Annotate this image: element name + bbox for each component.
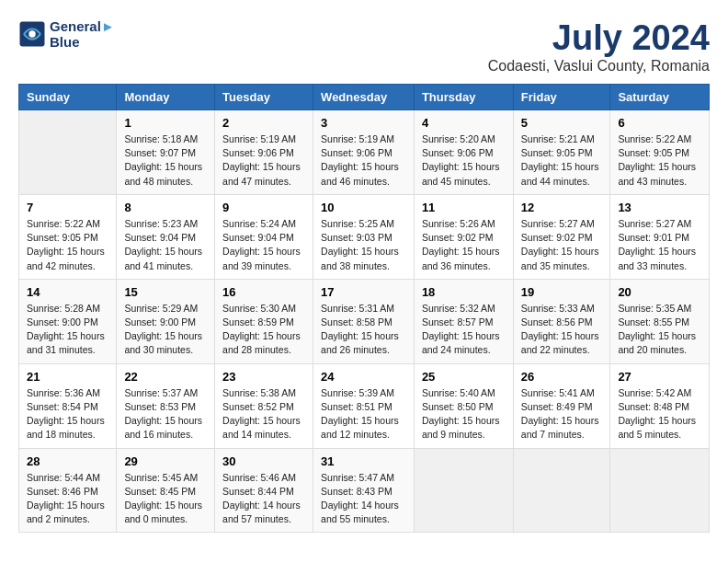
weekday-header-wednesday: Wednesday <box>313 85 415 110</box>
day-number: 24 <box>321 370 406 384</box>
weekday-header-saturday: Saturday <box>610 85 710 110</box>
day-number: 9 <box>222 201 305 214</box>
calendar-cell: 29 Sunrise: 5:45 AMSunset: 8:45 PMDaylig… <box>117 448 215 533</box>
day-number: 23 <box>222 370 305 384</box>
day-detail: Sunrise: 5:42 AMSunset: 8:48 PMDaylight:… <box>618 386 701 442</box>
day-number: 8 <box>124 201 207 214</box>
calendar-cell: 15 Sunrise: 5:29 AMSunset: 9:00 PMDaylig… <box>117 279 215 363</box>
day-detail: Sunrise: 5:19 AMSunset: 9:06 PMDaylight:… <box>222 132 305 189</box>
day-detail: Sunrise: 5:41 AMSunset: 8:49 PMDaylight:… <box>521 386 603 442</box>
calendar-cell <box>513 448 610 533</box>
day-detail: Sunrise: 5:27 AMSunset: 9:02 PMDaylight:… <box>521 217 603 273</box>
day-number: 18 <box>422 285 506 299</box>
day-number: 11 <box>422 201 506 214</box>
day-number: 14 <box>27 285 108 299</box>
calendar-week-row: 1 Sunrise: 5:18 AMSunset: 9:07 PMDayligh… <box>19 110 710 195</box>
day-detail: Sunrise: 5:38 AMSunset: 8:52 PMDaylight:… <box>222 386 305 442</box>
calendar-cell: 1 Sunrise: 5:18 AMSunset: 9:07 PMDayligh… <box>117 110 215 195</box>
day-detail: Sunrise: 5:31 AMSunset: 8:58 PMDaylight:… <box>321 302 406 358</box>
calendar-cell: 9 Sunrise: 5:24 AMSunset: 9:04 PMDayligh… <box>215 194 313 279</box>
day-detail: Sunrise: 5:27 AMSunset: 9:01 PMDaylight:… <box>618 217 701 273</box>
weekday-header-sunday: Sunday <box>19 85 117 110</box>
calendar-cell: 4 Sunrise: 5:20 AMSunset: 9:06 PMDayligh… <box>414 110 513 195</box>
day-detail: Sunrise: 5:35 AMSunset: 8:55 PMDaylight:… <box>618 302 701 358</box>
day-number: 10 <box>321 201 406 214</box>
calendar-cell: 26 Sunrise: 5:41 AMSunset: 8:49 PMDaylig… <box>513 363 610 448</box>
day-detail: Sunrise: 5:22 AMSunset: 9:05 PMDaylight:… <box>27 217 108 273</box>
day-number: 29 <box>124 454 207 468</box>
calendar-cell <box>414 448 513 533</box>
calendar-cell: 5 Sunrise: 5:21 AMSunset: 9:05 PMDayligh… <box>513 110 610 195</box>
day-detail: Sunrise: 5:26 AMSunset: 9:02 PMDaylight:… <box>422 217 506 273</box>
calendar-cell: 11 Sunrise: 5:26 AMSunset: 9:02 PMDaylig… <box>414 194 513 279</box>
calendar-cell: 8 Sunrise: 5:23 AMSunset: 9:04 PMDayligh… <box>117 194 215 279</box>
calendar-header-row: SundayMondayTuesdayWednesdayThursdayFrid… <box>19 85 710 110</box>
day-number: 27 <box>618 370 701 384</box>
calendar-body: 1 Sunrise: 5:18 AMSunset: 9:07 PMDayligh… <box>19 110 710 533</box>
calendar-week-row: 21 Sunrise: 5:36 AMSunset: 8:54 PMDaylig… <box>19 363 710 448</box>
calendar-cell: 20 Sunrise: 5:35 AMSunset: 8:55 PMDaylig… <box>610 279 710 363</box>
calendar-cell: 25 Sunrise: 5:40 AMSunset: 8:50 PMDaylig… <box>414 363 513 448</box>
weekday-header-friday: Friday <box>513 85 610 110</box>
day-detail: Sunrise: 5:33 AMSunset: 8:56 PMDaylight:… <box>521 302 603 358</box>
day-number: 6 <box>618 116 701 130</box>
day-number: 5 <box>521 116 603 130</box>
calendar-cell: 6 Sunrise: 5:22 AMSunset: 9:05 PMDayligh… <box>610 110 710 195</box>
weekday-header-thursday: Thursday <box>414 85 513 110</box>
day-number: 31 <box>321 454 406 468</box>
calendar-cell: 27 Sunrise: 5:42 AMSunset: 8:48 PMDaylig… <box>610 363 710 448</box>
day-number: 7 <box>27 201 108 214</box>
calendar-cell: 30 Sunrise: 5:46 AMSunset: 8:44 PMDaylig… <box>215 448 313 533</box>
calendar-cell: 3 Sunrise: 5:19 AMSunset: 9:06 PMDayligh… <box>313 110 415 195</box>
day-detail: Sunrise: 5:45 AMSunset: 8:45 PMDaylight:… <box>124 471 207 527</box>
day-detail: Sunrise: 5:30 AMSunset: 8:59 PMDaylight:… <box>222 302 305 358</box>
calendar-cell: 28 Sunrise: 5:44 AMSunset: 8:46 PMDaylig… <box>19 448 117 533</box>
calendar-week-row: 14 Sunrise: 5:28 AMSunset: 9:00 PMDaylig… <box>19 279 710 363</box>
day-number: 13 <box>618 201 701 214</box>
calendar-cell: 24 Sunrise: 5:39 AMSunset: 8:51 PMDaylig… <box>313 363 415 448</box>
calendar-cell: 10 Sunrise: 5:25 AMSunset: 9:03 PMDaylig… <box>313 194 415 279</box>
calendar-cell: 18 Sunrise: 5:32 AMSunset: 8:57 PMDaylig… <box>414 279 513 363</box>
calendar-cell: 2 Sunrise: 5:19 AMSunset: 9:06 PMDayligh… <box>215 110 313 195</box>
calendar-cell <box>19 110 117 195</box>
title-block: July 2024 Codaesti, Vaslui County, Roman… <box>488 18 710 75</box>
day-detail: Sunrise: 5:44 AMSunset: 8:46 PMDaylight:… <box>27 471 108 527</box>
calendar-cell <box>610 448 710 533</box>
logo: General► Blue <box>18 18 115 50</box>
month-title: July 2024 <box>488 18 710 58</box>
day-detail: Sunrise: 5:18 AMSunset: 9:07 PMDaylight:… <box>124 132 207 189</box>
day-detail: Sunrise: 5:23 AMSunset: 9:04 PMDaylight:… <box>124 217 207 273</box>
day-detail: Sunrise: 5:22 AMSunset: 9:05 PMDaylight:… <box>618 132 701 189</box>
logo-icon <box>18 20 46 48</box>
day-detail: Sunrise: 5:47 AMSunset: 8:43 PMDaylight:… <box>321 471 406 527</box>
day-number: 1 <box>124 116 207 130</box>
location: Codaesti, Vaslui County, Romania <box>488 58 710 75</box>
day-number: 26 <box>521 370 603 384</box>
day-detail: Sunrise: 5:21 AMSunset: 9:05 PMDaylight:… <box>521 132 603 189</box>
calendar-week-row: 7 Sunrise: 5:22 AMSunset: 9:05 PMDayligh… <box>19 194 710 279</box>
calendar-cell: 21 Sunrise: 5:36 AMSunset: 8:54 PMDaylig… <box>19 363 117 448</box>
day-number: 3 <box>321 116 406 130</box>
day-detail: Sunrise: 5:24 AMSunset: 9:04 PMDaylight:… <box>222 217 305 273</box>
day-number: 15 <box>124 285 207 299</box>
calendar-cell: 31 Sunrise: 5:47 AMSunset: 8:43 PMDaylig… <box>313 448 415 533</box>
calendar-cell: 23 Sunrise: 5:38 AMSunset: 8:52 PMDaylig… <box>215 363 313 448</box>
day-number: 30 <box>222 454 305 468</box>
calendar-cell: 22 Sunrise: 5:37 AMSunset: 8:53 PMDaylig… <box>117 363 215 448</box>
svg-point-1 <box>28 30 36 38</box>
day-detail: Sunrise: 5:40 AMSunset: 8:50 PMDaylight:… <box>422 386 506 442</box>
day-number: 28 <box>27 454 108 468</box>
calendar-cell: 7 Sunrise: 5:22 AMSunset: 9:05 PMDayligh… <box>19 194 117 279</box>
day-number: 25 <box>422 370 506 384</box>
day-number: 17 <box>321 285 406 299</box>
day-number: 4 <box>422 116 506 130</box>
day-detail: Sunrise: 5:46 AMSunset: 8:44 PMDaylight:… <box>222 471 305 527</box>
page-header: General► Blue July 2024 Codaesti, Vaslui… <box>18 18 710 75</box>
day-detail: Sunrise: 5:20 AMSunset: 9:06 PMDaylight:… <box>422 132 506 189</box>
calendar-week-row: 28 Sunrise: 5:44 AMSunset: 8:46 PMDaylig… <box>19 448 710 533</box>
weekday-header-monday: Monday <box>117 85 215 110</box>
day-number: 21 <box>27 370 108 384</box>
day-number: 16 <box>222 285 305 299</box>
day-detail: Sunrise: 5:32 AMSunset: 8:57 PMDaylight:… <box>422 302 506 358</box>
calendar-cell: 19 Sunrise: 5:33 AMSunset: 8:56 PMDaylig… <box>513 279 610 363</box>
